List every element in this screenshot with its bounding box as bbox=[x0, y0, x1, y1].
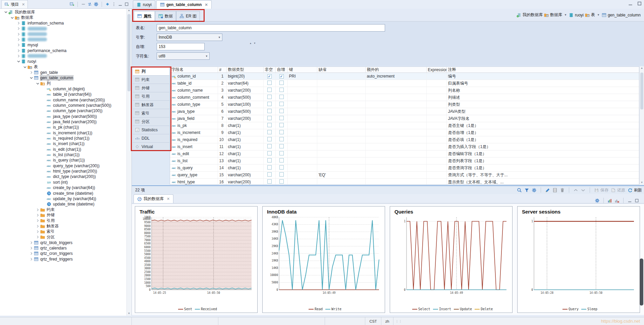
grid-column-header[interactable]: 额外的 bbox=[365, 67, 426, 73]
checkbox-unchecked[interactable] bbox=[279, 109, 284, 113]
tree-item[interactable]: qrtz_cron_triggers bbox=[0, 251, 131, 256]
side-tab-DDL[interactable]: <T>DDL bbox=[132, 134, 170, 143]
breadcrumb-item[interactable]: ruoyi bbox=[569, 13, 584, 17]
table-row[interactable]: ABCis_pk8char(1)是否主键（1是） bbox=[170, 122, 639, 129]
tree-item[interactable]: ABCis_query (char(1)) bbox=[0, 157, 131, 163]
tree-item[interactable]: 123sort (int) bbox=[0, 180, 131, 185]
tree-expand-icon[interactable] bbox=[29, 70, 34, 75]
checkbox-unchecked[interactable] bbox=[267, 137, 272, 141]
tree-expand-icon[interactable] bbox=[35, 229, 40, 234]
side-tab-分区[interactable]: 分区 bbox=[132, 118, 170, 126]
tree-item[interactable]: 我的数据库 bbox=[0, 9, 131, 15]
panel-max-icon[interactable] bbox=[124, 2, 129, 7]
tree-item[interactable]: ABCis_list (char(1)) bbox=[0, 152, 131, 157]
tree-expand-icon[interactable] bbox=[16, 37, 21, 42]
dots-icon[interactable] bbox=[111, 2, 116, 7]
checkbox-unchecked[interactable] bbox=[279, 172, 284, 177]
tree-item[interactable]: ABCjava_field (varchar(200)) bbox=[0, 119, 131, 125]
checkbox-unchecked[interactable] bbox=[267, 102, 272, 106]
table-row[interactable]: ABCis_required10char(1)是否必填（1是） bbox=[170, 136, 639, 143]
link-icon[interactable] bbox=[87, 2, 92, 7]
tree-item[interactable]: ABCis_edit (char(1)) bbox=[0, 147, 131, 152]
tree-item[interactable]: information_schema bbox=[0, 20, 131, 26]
tree-expand-icon[interactable] bbox=[29, 257, 34, 262]
table-row[interactable]: ABCjava_type6varchar(500)JAVA类型 bbox=[170, 108, 639, 115]
tree-item[interactable]: 索引 bbox=[0, 229, 131, 234]
tree-item[interactable]: ABCis_pk (char(1)) bbox=[0, 125, 131, 130]
grid-scrollbar-thumb[interactable] bbox=[640, 73, 643, 109]
tree-collapse-icon[interactable] bbox=[10, 15, 15, 20]
tree-item[interactable]: qrtz_fired_triggers bbox=[0, 256, 131, 262]
table-row[interactable]: ABCcolumn_comment4varchar(500)列描述 bbox=[170, 94, 639, 101]
section-collapse-handle[interactable]: ▴ ▾ bbox=[250, 42, 256, 45]
tree-item[interactable]: qrtz_calendars bbox=[0, 245, 131, 251]
checkbox-unchecked[interactable] bbox=[279, 158, 284, 162]
tree-item[interactable]: ABCjava_type (varchar(500)) bbox=[0, 114, 131, 119]
panel-max-icon[interactable] bbox=[634, 198, 639, 203]
tree-collapse-icon[interactable] bbox=[29, 76, 34, 80]
grid-column-header[interactable]: 注释 bbox=[446, 67, 639, 73]
tree-item[interactable]: gen_table_column bbox=[0, 75, 131, 81]
checkbox-unchecked[interactable] bbox=[267, 109, 272, 113]
checkbox-unchecked[interactable] bbox=[279, 102, 284, 106]
chart-del-icon[interactable] bbox=[614, 198, 620, 203]
side-tab-索引[interactable]: 索引 bbox=[132, 109, 170, 118]
checkbox-unchecked[interactable] bbox=[279, 81, 284, 85]
grid-column-header[interactable]: 缺省 bbox=[317, 67, 365, 73]
tree-expand-icon[interactable] bbox=[16, 54, 21, 58]
table-row[interactable]: ABCcolumn_type5varchar(100)列类型 bbox=[170, 101, 639, 108]
maximize-window-icon[interactable] bbox=[637, 1, 642, 6]
status-drag-handle[interactable]: ⋮⋮ bbox=[393, 320, 404, 323]
refresh-button[interactable]: 刷新 bbox=[628, 187, 642, 193]
checkbox-checked[interactable]: ✓ bbox=[267, 74, 272, 79]
form-select-3[interactable]: utf8▼ bbox=[157, 52, 210, 60]
checkbox-unchecked[interactable] bbox=[279, 123, 284, 127]
project-tab-close-icon[interactable]: ✕ bbox=[22, 2, 25, 7]
filter-icon[interactable] bbox=[524, 188, 529, 193]
side-tab-Statistics[interactable]: iStatistics bbox=[132, 126, 170, 134]
breadcrumb-item[interactable]: 我的数据库 bbox=[517, 12, 543, 18]
checkbox-unchecked[interactable] bbox=[267, 172, 272, 177]
checkbox-unchecked[interactable] bbox=[267, 179, 272, 184]
form-input-2[interactable]: 153 bbox=[157, 43, 205, 50]
side-tab-约束[interactable]: 约束 bbox=[132, 76, 170, 84]
editor-tab-gen_table_column[interactable]: gen_table_column✕ bbox=[156, 0, 212, 9]
subtab-属性[interactable]: 属性 bbox=[134, 11, 155, 21]
tree-expand-icon[interactable] bbox=[29, 240, 34, 245]
minimize-window-icon[interactable] bbox=[628, 1, 633, 6]
tree-item[interactable]: ABCcolumn_type (varchar(100)) bbox=[0, 108, 131, 113]
tree-item[interactable]: update_time (datetime) bbox=[0, 201, 131, 207]
table-row[interactable]: ABCis_edit12char(1)是否编辑字段（1是） bbox=[170, 150, 639, 157]
tree-expand-icon[interactable] bbox=[16, 21, 21, 26]
side-tab-触发器[interactable]: 触发器 bbox=[132, 101, 170, 109]
tree-expand-icon[interactable] bbox=[16, 48, 21, 53]
gear-icon[interactable] bbox=[595, 198, 600, 203]
panel-min-icon[interactable] bbox=[627, 198, 632, 203]
tree-collapse-icon[interactable] bbox=[22, 65, 28, 69]
grid-column-header[interactable]: Expression bbox=[426, 67, 446, 73]
tree-expand-icon[interactable] bbox=[35, 213, 40, 218]
breadcrumb-item[interactable]: 表 bbox=[585, 12, 595, 18]
tree-item[interactable]: ABCdict_type (varchar(200)) bbox=[0, 174, 131, 179]
checkbox-unchecked[interactable] bbox=[267, 95, 272, 99]
tree-item[interactable]: ABCcolumn_name (varchar(200)) bbox=[0, 97, 131, 103]
tree-scrollbar[interactable]: ▲▼ bbox=[126, 9, 131, 316]
panel-min-icon[interactable] bbox=[118, 2, 123, 7]
table-row[interactable]: ABCis_insert11char(1)是否为插入字段（1是） bbox=[170, 143, 639, 150]
checkbox-unchecked[interactable] bbox=[267, 130, 272, 134]
dashboard-tab-close-icon[interactable]: ✕ bbox=[167, 197, 170, 201]
tree-item[interactable]: ABCtable_id (varchar(64)) bbox=[0, 92, 131, 97]
tree-item[interactable]: ABCcreate_by (varchar(64)) bbox=[0, 185, 131, 190]
tree-item[interactable]: 数据库 bbox=[0, 15, 131, 20]
form-input-0[interactable]: gen_table_column bbox=[157, 24, 385, 32]
subtab-ER 图[interactable]: ER 图 bbox=[176, 11, 200, 21]
tree-item[interactable]: ABCcolumn_comment (varchar(500)) bbox=[0, 103, 131, 108]
tree-expand-icon[interactable] bbox=[16, 43, 21, 47]
diamond-icon[interactable] bbox=[105, 2, 110, 7]
tab-dashboard[interactable]: 我的数据库 ✕ bbox=[133, 194, 173, 203]
gear-icon[interactable] bbox=[94, 2, 99, 7]
tree-expand-icon[interactable] bbox=[35, 207, 40, 212]
tree-item[interactable]: ABCis_required (char(1)) bbox=[0, 136, 131, 141]
tree-item[interactable]: 123column_id (bigint) bbox=[0, 86, 131, 92]
table-row[interactable]: ABCis_list13char(1)是否列表字段（1是） bbox=[170, 157, 639, 165]
